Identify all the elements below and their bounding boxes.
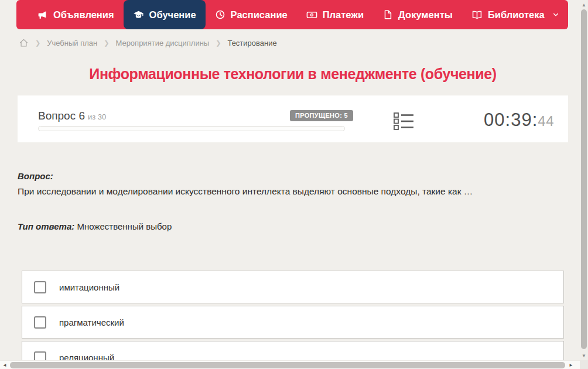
question-counter: Вопрос 6из 30 <box>38 110 106 122</box>
page-title: Информационные технологии в менеджменте … <box>0 66 586 83</box>
breadcrumb-item-testing: Тестирование <box>227 39 276 47</box>
question-number: Вопрос 6 <box>38 110 85 122</box>
breadcrumb: ❯ Учебный план ❯ Мероприятие дисциплины … <box>19 37 277 49</box>
nav-item-schedule[interactable]: Расписание <box>206 0 297 29</box>
nav-item-label: Библиотека <box>488 9 545 20</box>
chevron-down-icon <box>552 11 559 18</box>
scroll-left-arrow[interactable]: ◄ <box>1 361 9 369</box>
timer: 00:39:44 <box>484 110 554 131</box>
option-label: имитационный <box>59 282 119 292</box>
question-total: из 30 <box>88 112 106 121</box>
nav-item-label: Объявления <box>53 9 114 20</box>
vertical-scroll-thumb[interactable] <box>581 9 587 349</box>
question-label: Вопрос: <box>18 171 53 181</box>
progress-bar <box>38 126 345 131</box>
answer-type: Тип ответа: Множественный выбор <box>18 221 172 231</box>
breadcrumb-separator: ❯ <box>35 39 40 47</box>
nav-item-payments[interactable]: Платежи <box>297 0 373 29</box>
vertical-scrollbar[interactable]: ▲ ▼ <box>580 0 588 360</box>
horizontal-scroll-thumb[interactable] <box>10 362 565 368</box>
nav-item-library[interactable]: Библиотека <box>462 0 569 29</box>
nav-item-label: Документы <box>398 9 453 20</box>
home-icon[interactable] <box>19 38 29 48</box>
answer-option[interactable]: прагматический <box>22 306 564 339</box>
breadcrumb-item-discipline-event[interactable]: Мероприятие дисциплины <box>115 39 209 47</box>
main-nav: Объявления Обучение Расписание Платежи Д… <box>16 0 568 29</box>
answer-options: имитационный прагматический реляционный <box>22 271 564 369</box>
breadcrumb-item-curriculum[interactable]: Учебный план <box>47 39 97 47</box>
option-checkbox[interactable] <box>34 281 46 293</box>
option-label: прагматический <box>59 317 124 327</box>
skipped-badge: ПРОПУЩЕНО: 5 <box>290 110 353 121</box>
answer-type-value: Множественный выбор <box>77 221 172 231</box>
nav-item-label: Обучение <box>149 9 196 20</box>
document-icon <box>382 9 393 20</box>
horizontal-scrollbar[interactable]: ◄ ► <box>0 360 580 369</box>
graduation-cap-icon <box>133 9 144 20</box>
test-header-card: Вопрос 6из 30 ПРОПУЩЕНО: 5 00:39:44 <box>18 95 568 142</box>
nav-item-label: Платежи <box>323 9 364 20</box>
nav-item-documents[interactable]: Документы <box>373 0 462 29</box>
timer-seconds: 44 <box>538 113 554 129</box>
answer-option[interactable]: имитационный <box>22 271 564 303</box>
breadcrumb-separator: ❯ <box>216 39 221 47</box>
breadcrumb-separator: ❯ <box>104 39 109 47</box>
question-text: При исследовании и моделировании искусст… <box>18 186 545 198</box>
nav-item-announcements[interactable]: Объявления <box>28 0 124 29</box>
clock-icon <box>215 9 225 20</box>
nav-item-label: Расписание <box>231 9 288 20</box>
option-checkbox[interactable] <box>34 316 46 329</box>
answer-type-label: Тип ответа: <box>18 221 74 231</box>
book-icon <box>471 9 483 20</box>
scroll-down-arrow[interactable]: ▼ <box>580 351 588 360</box>
scroll-right-arrow[interactable]: ► <box>567 361 575 369</box>
scrollbar-corner <box>580 360 588 369</box>
scroll-up-arrow[interactable]: ▲ <box>580 1 588 9</box>
payment-icon <box>306 9 317 20</box>
timer-minutes: 00:39: <box>484 110 538 130</box>
megaphone-icon <box>37 9 48 20</box>
question-list-button[interactable] <box>394 112 415 131</box>
nav-item-learning[interactable]: Обучение <box>124 0 206 29</box>
